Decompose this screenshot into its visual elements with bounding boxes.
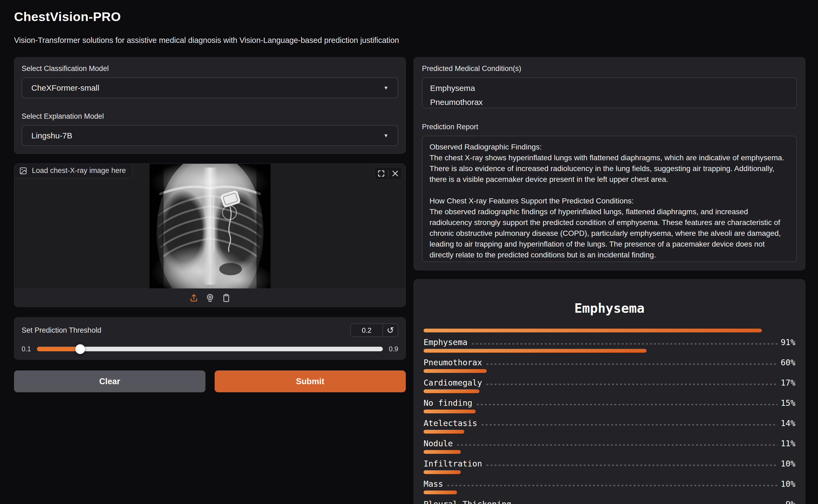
chevron-down-icon: ▼	[383, 85, 388, 91]
threshold-value-input[interactable]	[351, 324, 382, 336]
chart-percent-value: 60%	[781, 358, 795, 367]
slider-fill	[37, 347, 80, 351]
classification-model-value: CheXFormer-small	[31, 83, 99, 93]
chart-percent-value: 17%	[781, 378, 795, 387]
conditions-textbox[interactable]: Emphysema Pneumothorax	[422, 77, 797, 108]
input-column: Select Classification Model CheXFormer-s…	[14, 57, 406, 504]
dotted-leader	[457, 444, 777, 446]
classification-model-dropdown[interactable]: CheXFormer-small ▼	[22, 77, 398, 98]
submit-button[interactable]: Submit	[215, 370, 406, 392]
chevron-down-icon: ▼	[383, 133, 388, 139]
chart-percent-value: 11%	[781, 439, 795, 448]
chart-bar	[424, 450, 461, 454]
main-columns: Select Classification Model CheXFormer-s…	[14, 57, 805, 504]
reset-icon-button[interactable]: ↺	[382, 324, 397, 336]
slider-min-label: 0.1	[22, 345, 31, 353]
threshold-slider[interactable]	[37, 347, 383, 351]
chart-category-label: No finding	[424, 398, 473, 408]
close-icon[interactable]	[391, 169, 399, 178]
chart-percent-value: 91%	[781, 338, 795, 347]
chart-row: Pleural_Thickening9%	[424, 491, 795, 504]
chart-bar	[424, 470, 461, 474]
image-source-toolbar	[14, 288, 405, 307]
explanation-model-label: Select Explanation Model	[22, 112, 398, 121]
classification-model-label: Select Classification Model	[22, 64, 398, 73]
app: ChestVision-PRO Vision-Transformer solut…	[0, 0, 818, 504]
chart-category-label: Nodule	[424, 439, 453, 448]
chest-xray-illustration	[150, 164, 270, 288]
image-input-label-chip: Load chest-X-ray image here	[14, 164, 132, 178]
dotted-leader	[487, 464, 778, 466]
page-subtitle: Vision-Transformer solutions for assisti…	[14, 36, 805, 45]
chart-percent-value: 14%	[781, 418, 795, 428]
chart-bar	[424, 430, 464, 434]
divider	[388, 170, 388, 177]
chart-category-label: Emphysema	[424, 338, 468, 347]
slider-handle[interactable]	[75, 344, 85, 354]
chart-category-label: Pleural_Thickening	[424, 499, 511, 504]
report-label: Prediction Report	[422, 123, 797, 131]
chart-bar	[424, 329, 762, 332]
chart-row: Infiltration10%	[424, 450, 795, 468]
explanation-model-value: Lingshu-7B	[31, 131, 72, 140]
chart-bar	[424, 491, 457, 494]
fullscreen-icon[interactable]	[377, 169, 385, 178]
chart-row: Nodule11%	[424, 430, 795, 448]
chart-bar	[424, 389, 480, 393]
chart-row: Mass10%	[424, 470, 795, 488]
image-input-label: Load chest-X-ray image here	[32, 166, 126, 175]
chart-bar	[424, 369, 487, 373]
chart-percent-value: 15%	[781, 398, 795, 408]
dotted-leader	[482, 424, 778, 425]
clipboard-icon[interactable]	[221, 293, 231, 303]
output-column: Predicted Medical Condition(s) Emphysema…	[414, 57, 805, 504]
chart-title: Emphysema	[424, 301, 795, 316]
image-icon	[19, 167, 27, 175]
threshold-value-box: ↺	[350, 323, 398, 337]
chart-category-label: Atelectasis	[424, 418, 477, 428]
prediction-output-panel: Predicted Medical Condition(s) Emphysema…	[414, 57, 805, 270]
chart-row: No finding15%	[424, 389, 795, 407]
chart-category-label: Cardiomegaly	[424, 378, 482, 387]
probability-chart-panel: Emphysema Emphysema91%Pneumothorax60%Car…	[414, 279, 805, 504]
chart-percent-value: 10%	[781, 459, 795, 468]
report-textbox[interactable]: Observed Radiographic Findings: The ches…	[422, 136, 797, 262]
clear-button[interactable]: Clear	[14, 370, 205, 392]
chart-percent-value: 10%	[781, 479, 795, 489]
chart-bar	[424, 349, 647, 353]
dotted-leader	[487, 363, 778, 365]
chart-rows: Emphysema91%Pneumothorax60%Cardiomegaly1…	[424, 329, 795, 504]
chart-category-label: Infiltration	[424, 459, 482, 468]
dotted-leader	[472, 343, 778, 345]
conditions-label: Predicted Medical Condition(s)	[422, 64, 797, 73]
chart-category-label: Mass	[424, 479, 443, 489]
image-corner-tools	[374, 167, 402, 180]
dotted-leader	[477, 404, 778, 405]
model-selection-panel: Select Classification Model CheXFormer-s…	[14, 57, 406, 154]
threshold-panel: Set Prediction Threshold ↺ 0.1 0.9	[14, 317, 406, 360]
dotted-leader	[487, 383, 778, 385]
chart-row: Pneumothorax60%	[424, 349, 795, 367]
page-title: ChestVision-PRO	[14, 9, 805, 24]
chart-row: Atelectasis14%	[424, 410, 795, 427]
xray-image	[14, 164, 405, 288]
image-input-panel: Load chest-X-ray image here	[14, 164, 406, 307]
action-buttons: Clear Submit	[14, 370, 406, 392]
chart-row: Cardiomegaly17%	[424, 369, 795, 387]
webcam-icon[interactable]	[205, 293, 215, 303]
dotted-leader	[447, 485, 778, 486]
explanation-model-dropdown[interactable]: Lingshu-7B ▼	[22, 125, 398, 146]
chart-percent-value: 9%	[786, 499, 795, 504]
upload-icon[interactable]	[189, 293, 199, 303]
chart-category-label: Pneumothorax	[424, 358, 482, 367]
threshold-label: Set Prediction Threshold	[22, 326, 101, 335]
slider-max-label: 0.9	[389, 345, 398, 353]
chart-bar	[424, 410, 476, 413]
chart-row: Emphysema91%	[424, 329, 795, 346]
